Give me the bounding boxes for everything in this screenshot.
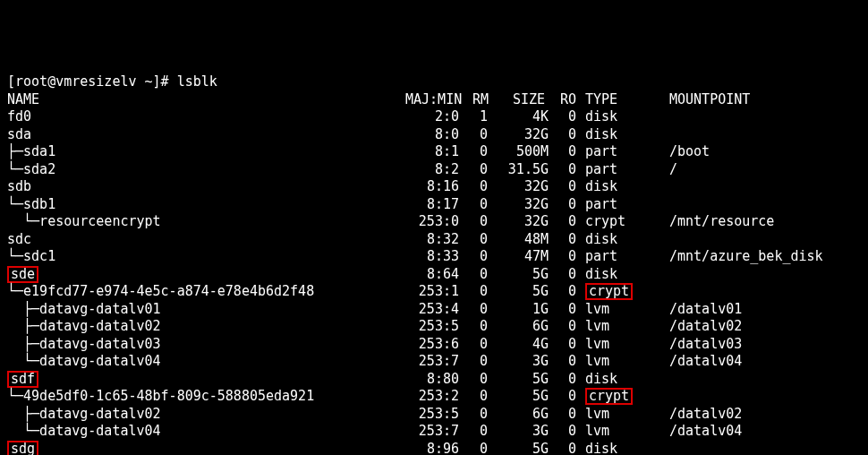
cell-name: └─resourceencrypt [7,213,161,231]
cell-majmin: 253:5 [405,318,459,336]
cell-rm: 0 [466,423,488,441]
lsblk-row: └─49de5df0-1c65-48bf-809c-588805eda92125… [7,388,861,406]
shell-prompt: [root@vmresizelv ~]# [7,73,177,90]
cell-name: sde [7,266,38,284]
cell-rm: 0 [466,371,488,389]
lsblk-row: sde8:6405G0disk [7,266,861,284]
cell-size: 32G [495,196,549,214]
cell-ro: 0 [555,318,576,336]
cell-majmin: 8:80 [405,371,459,389]
cell-size: 31.5G [495,161,549,179]
cell-size: 4G [495,336,549,354]
cell-type: part [585,196,617,214]
cell-size: 5G [495,441,549,456]
cell-majmin: 8:1 [405,143,459,161]
cell-size: 4K [495,108,549,126]
lsblk-row: ├─datavg-datalv02253:506G0lvm/datalv02 [7,318,861,336]
cell-ro: 0 [555,126,576,144]
cell-type: lvm [585,301,609,319]
cell-name: └─datavg-datalv04 [7,353,161,371]
disk-name-highlight: sdg [7,441,38,456]
col-size: SIZE [513,91,545,109]
cell-type: lvm [585,336,609,354]
cell-majmin: 253:5 [405,406,459,424]
lsblk-row: fd02:014K0disk [7,108,861,126]
cell-ro: 0 [555,108,576,126]
cell-majmin: 253:7 [405,423,459,441]
cell-size: 48M [495,231,549,249]
cell-name: └─sdb1 [7,196,55,214]
cell-rm: 0 [466,231,488,249]
cell-size: 3G [495,353,549,371]
cell-name: └─49de5df0-1c65-48bf-809c-588805eda921 [7,388,314,406]
cell-rm: 0 [466,126,488,144]
cell-mountpoint: /datalv03 [669,336,742,354]
crypt-type-highlight: crypt [585,283,633,300]
cell-ro: 0 [555,388,576,406]
lsblk-row: ├─datavg-datalv03253:604G0lvm/datalv03 [7,336,861,354]
cell-name: └─sda2 [7,161,55,179]
cell-type: lvm [585,353,609,371]
cell-type: part [585,143,617,161]
cell-majmin: 8:0 [405,126,459,144]
cell-ro: 0 [555,196,576,214]
lsblk-row: └─resourceencrypt253:0032G0crypt/mnt/res… [7,213,861,231]
cell-name: ├─sda1 [7,143,55,161]
cell-mountpoint: /datalv02 [669,318,742,336]
cell-mountpoint: /datalv01 [669,301,742,319]
lsblk-row: └─datavg-datalv04253:703G0lvm/datalv04 [7,423,861,441]
lsblk-row: sdf8:8005G0disk [7,371,861,389]
cell-majmin: 253:6 [405,336,459,354]
cell-majmin: 8:32 [405,231,459,249]
col-ro: RO [560,91,576,109]
terminal-output: [root@vmresizelv ~]# lsblkNAMEMAJ:MINRMS… [7,73,861,455]
cell-ro: 0 [555,283,576,301]
cell-mountpoint: / [669,161,677,179]
cell-rm: 0 [466,353,488,371]
cell-ro: 0 [555,266,576,284]
prompt-line: [root@vmresizelv ~]# lsblk [7,73,861,91]
cell-type: crypt [585,388,633,406]
command: lsblk [177,73,217,90]
cell-rm: 0 [466,196,488,214]
cell-mountpoint: /datalv04 [669,353,742,371]
lsblk-row: └─sdb18:17032G0part [7,196,861,214]
cell-name: sdb [7,178,31,196]
cell-type: disk [585,108,617,126]
cell-ro: 0 [555,353,576,371]
cell-majmin: 253:4 [405,301,459,319]
cell-mountpoint: /mnt/azure_bek_disk [669,248,823,266]
cell-type: disk [585,178,617,196]
cell-type: lvm [585,318,609,336]
cell-mountpoint: /mnt/resource [669,213,774,231]
cell-ro: 0 [555,371,576,389]
cell-ro: 0 [555,301,576,319]
lsblk-row: └─datavg-datalv04253:703G0lvm/datalv04 [7,353,861,371]
disk-name-highlight: sdf [7,371,38,388]
cell-size: 32G [495,178,549,196]
lsblk-row: └─sdc18:33047M0part/mnt/azure_bek_disk [7,248,861,266]
cell-size: 32G [495,126,549,144]
cell-name: ├─datavg-datalv02 [7,406,161,424]
cell-type: crypt [585,283,633,301]
col-majmin: MAJ:MIN [405,91,462,109]
cell-rm: 0 [466,301,488,319]
cell-name: └─datavg-datalv04 [7,423,161,441]
lsblk-row: ├─datavg-datalv02253:506G0lvm/datalv02 [7,406,861,424]
cell-rm: 0 [466,213,488,231]
cell-type: part [585,248,617,266]
cell-rm: 0 [466,283,488,301]
cell-mountpoint: /datalv02 [669,406,742,424]
cell-ro: 0 [555,213,576,231]
cell-rm: 0 [466,406,488,424]
lsblk-row: ├─datavg-datalv01253:401G0lvm/datalv01 [7,301,861,319]
cell-size: 5G [495,371,549,389]
cell-type: crypt [585,213,625,231]
cell-majmin: 8:96 [405,441,459,456]
lsblk-row: sda8:0032G0disk [7,126,861,144]
disk-name-highlight: sde [7,266,38,283]
cell-majmin: 253:1 [405,283,459,301]
cell-name: sdc [7,231,31,249]
col-rm: RM [472,91,489,109]
cell-name: fd0 [7,108,31,126]
